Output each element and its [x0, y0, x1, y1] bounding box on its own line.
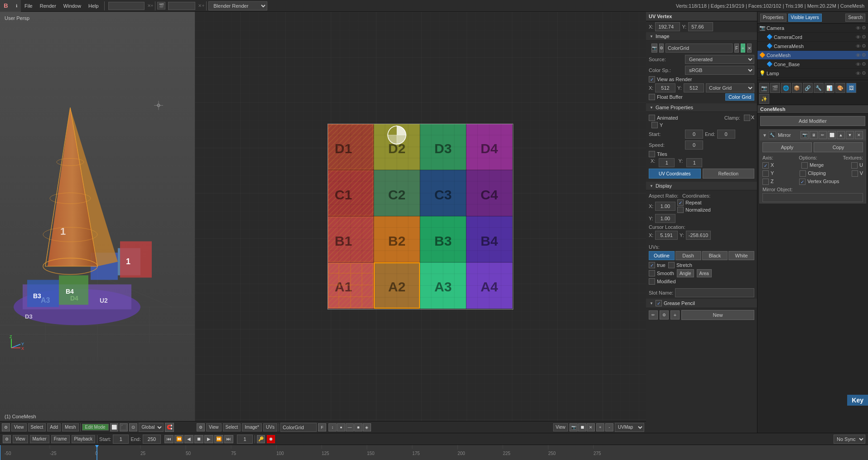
uv-zoomout-icon[interactable]: - — [605, 423, 613, 431]
uv-x-coord[interactable]: 192.74 — [655, 22, 680, 31]
scene-input[interactable]: Scene — [168, 2, 195, 10]
tiles-cb[interactable] — [649, 151, 655, 157]
prop-object-icon[interactable]: 📦 — [792, 83, 802, 93]
play-reverse-icon[interactable]: ◀ — [184, 435, 193, 443]
prop-world-icon[interactable]: 🌐 — [781, 83, 791, 93]
grease-pencil-add-btn[interactable]: + — [670, 310, 680, 320]
prop-scene-icon[interactable]: 🎬 — [770, 83, 780, 93]
colorspace-select[interactable]: sRGB — [685, 66, 754, 75]
outliner-item-cameracord[interactable]: 🔷 CameraCord 👁 ⚙ — [757, 33, 868, 42]
image-section-header[interactable]: ▼ Image — [646, 32, 757, 41]
scene-selector[interactable]: 🎬 Scene ✕+ — [157, 2, 204, 10]
visible-layers-btn[interactable]: Visible Layers — [788, 14, 822, 22]
snap-icon[interactable]: 🧲 — [165, 423, 174, 432]
uv-editor[interactable]: D1 D2 D3 D4 C1 C2 C3 C4 B1 B2 B3 B4 A1 A… — [195, 12, 646, 421]
mod-camera-icon[interactable]: 📷 — [800, 131, 809, 139]
uv-image-btn[interactable]: Image* — [242, 423, 262, 431]
modifier-expand-icon[interactable]: ▼ — [762, 133, 767, 138]
menu-help[interactable]: Help — [85, 0, 102, 12]
area-btn[interactable]: Area — [697, 269, 712, 277]
grease-pencil-cb[interactable] — [656, 300, 662, 306]
animated-cb[interactable] — [649, 115, 655, 121]
next-frame-icon[interactable]: ⏩ — [214, 435, 223, 443]
dash-btn[interactable]: Dash — [675, 251, 701, 260]
jump-start-icon[interactable]: ⏮ — [164, 435, 174, 443]
sync-mode-select[interactable]: No Sync — [834, 435, 865, 444]
grease-pencil-header[interactable]: ▼ Grease Pencil — [646, 299, 757, 308]
menu-file[interactable]: File — [21, 0, 36, 12]
image-close-btn[interactable]: ✕ — [747, 44, 752, 53]
mod-edit-icon[interactable]: ✏ — [819, 131, 827, 139]
view-as-render-cb[interactable] — [649, 76, 655, 82]
add-modifier-btn[interactable]: Add Modifier — [760, 116, 865, 126]
viewport-mode-icon[interactable]: ⚙ — [2, 423, 10, 431]
stop-icon[interactable]: ⏹ — [194, 435, 203, 443]
float-buffer-cb[interactable] — [649, 94, 655, 100]
search-btn[interactable]: Search — [845, 14, 865, 22]
reflection-btn[interactable]: Reflection — [703, 169, 755, 179]
outliner-item-lamp[interactable]: 💡 Lamp 👁 ⚙ — [757, 69, 868, 78]
uv-disp2-icon[interactable]: 🔲 — [578, 423, 586, 431]
angle-btn[interactable]: Angle — [677, 269, 694, 277]
image-pin-btn[interactable]: F — [734, 44, 739, 53]
mod-delete-icon[interactable]: ✕ — [855, 131, 863, 139]
white-btn[interactable]: White — [728, 251, 754, 260]
tile-y-input[interactable] — [686, 158, 702, 167]
end-frame-input[interactable] — [143, 435, 161, 444]
stretch-cb[interactable] — [668, 262, 675, 268]
timeline-marker-btn[interactable]: Marker — [30, 435, 49, 443]
uv-uvs-btn[interactable]: UVs — [263, 423, 277, 431]
uv-island-icon[interactable]: ◈ — [363, 423, 371, 431]
size-x-input[interactable] — [655, 83, 675, 92]
modified-cb[interactable] — [649, 278, 655, 285]
grease-pencil-new-btn[interactable]: New — [681, 310, 754, 320]
clamp-y-cb[interactable] — [651, 122, 658, 128]
grease-pencil-settings-btn[interactable]: ⚙ — [660, 310, 669, 320]
timeline-frame-btn[interactable]: Frame — [51, 435, 70, 443]
uv-render-btn[interactable]: View — [553, 423, 569, 431]
start-frame-input[interactable] — [113, 435, 129, 444]
color-grid-active-btn[interactable]: Color Grid — [725, 93, 754, 101]
slot-name-input[interactable] — [675, 288, 754, 297]
prop-data-icon[interactable]: 📊 — [825, 83, 834, 93]
axis-y-cb[interactable] — [762, 170, 769, 177]
prop-texture-icon[interactable]: 🖼 — [846, 83, 856, 93]
image-name-input[interactable] — [665, 44, 733, 53]
merge-cb[interactable] — [801, 162, 808, 169]
tex-u-cb[interactable] — [851, 162, 858, 169]
menu-render[interactable]: Render — [36, 0, 60, 12]
tile-x-input[interactable] — [659, 158, 675, 167]
repeat-cb[interactable] — [677, 199, 684, 206]
uv-disp1-icon[interactable]: 📷 — [569, 423, 578, 431]
uv-image-name-input[interactable] — [280, 423, 317, 432]
uv-color-grid[interactable]: D1 D2 D3 D4 C1 C2 C3 C4 B1 B2 B3 B4 A1 A… — [328, 124, 513, 310]
game-props-section-header[interactable]: ▼ Game Properties — [646, 103, 757, 112]
uv-sync-icon[interactable]: ↕ — [328, 423, 337, 431]
size-y-input[interactable] — [684, 83, 704, 92]
copy-btn[interactable]: Copy — [814, 142, 863, 152]
uv-disp3-icon[interactable]: ✕ — [587, 423, 595, 431]
jump-end-icon[interactable]: ⏭ — [224, 435, 233, 443]
clipping-cb[interactable] — [800, 170, 806, 177]
prop-modifier-icon[interactable]: 🔧 — [814, 83, 824, 93]
uv-view-btn[interactable]: View — [206, 423, 222, 431]
aspect-x-input[interactable] — [655, 202, 675, 211]
black-btn[interactable]: Black — [702, 251, 728, 260]
mesh-btn[interactable]: Mesh — [62, 423, 78, 431]
play-icon[interactable]: ▶ — [204, 435, 213, 443]
uv-mode-icon[interactable]: ⚙ — [197, 423, 205, 431]
blender-logo[interactable]: B — [0, 0, 12, 12]
grease-pencil-draw-btn[interactable]: ✏ — [649, 310, 658, 320]
uv-zoomin-icon[interactable]: + — [596, 423, 604, 431]
smooth-cb[interactable] — [649, 270, 655, 276]
normalized-cb[interactable] — [677, 207, 684, 213]
screen-input[interactable]: Default — [108, 2, 145, 10]
pivot-select[interactable]: Global — [139, 423, 164, 432]
prop-constraint-icon[interactable]: 🔗 — [803, 83, 813, 93]
uv-coordinates-btn[interactable]: UV Coordinates — [649, 169, 701, 179]
display-section-header[interactable]: ▼ Display — [646, 182, 757, 190]
info-icon[interactable]: ℹ — [12, 0, 21, 12]
axis-x-cb[interactable] — [762, 162, 769, 169]
view-btn[interactable]: View — [11, 423, 27, 431]
uv-pin-icon[interactable]: F — [318, 423, 326, 431]
